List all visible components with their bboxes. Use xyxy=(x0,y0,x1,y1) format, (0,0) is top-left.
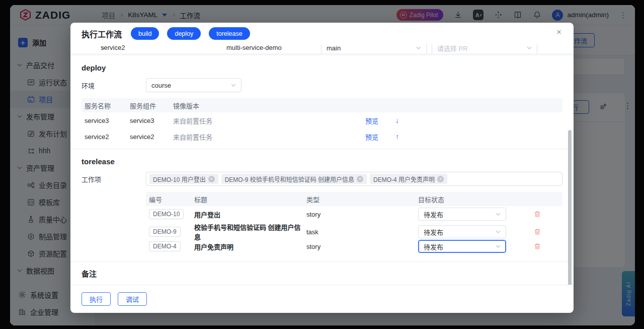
workitem-code-badge: DEMO-10 xyxy=(149,209,184,219)
workitem-title: 校验手机号和短信验证码 创建用户信息 xyxy=(194,222,306,241)
divider xyxy=(70,149,574,149)
env-label: 环境 xyxy=(82,81,146,90)
col-code: 编号 xyxy=(149,194,194,204)
status-value: 待发布 xyxy=(424,242,443,251)
status-value: 待发布 xyxy=(424,210,443,219)
col-service-component: 服务组件 xyxy=(130,101,173,110)
move-down-icon[interactable]: ↓ xyxy=(395,116,417,124)
chevron-down-icon xyxy=(496,245,501,248)
workitems-label: 工作项 xyxy=(82,174,146,184)
workitem-title: 用户登出 xyxy=(194,210,306,219)
deploy-table-header: 服务名称 服务组件 镜像版本 xyxy=(82,98,562,112)
preview-link[interactable]: 预览 xyxy=(365,116,395,125)
workitems-table-header: 编号 标题 类型 目标状态 xyxy=(146,192,562,206)
chevron-down-icon xyxy=(527,46,532,49)
col-image-version: 镜像版本 xyxy=(173,101,365,110)
deploy-table-row: service2 service2 来自前置任务 预览 ↑ xyxy=(82,128,562,145)
workitem-type: task xyxy=(306,228,418,236)
workitem-tag: DEMO-9 校验手机号和短信验证码 创建用户信息 × xyxy=(221,174,367,184)
modal-scrollbar[interactable] xyxy=(568,130,572,285)
tag-label: DEMO-4 用户免责声明 xyxy=(373,175,435,183)
workitem-tag: DEMO-10 用户登出 × xyxy=(149,174,218,184)
target-status-select[interactable]: 待发布 xyxy=(418,225,506,238)
service-component: service3 xyxy=(130,117,173,124)
tag-label: DEMO-9 校验手机号和短信验证码 创建用户信息 xyxy=(225,175,354,183)
tag-remove-icon[interactable]: × xyxy=(208,176,215,182)
pr-select[interactable]: 请选择 PR xyxy=(432,44,537,55)
target-status-select[interactable]: 待发布 xyxy=(418,240,506,253)
image-source: 来自前置任务 xyxy=(173,132,365,142)
app-window: ZADIG 项目 > K8sYAML > 工作流 AI Zadig Pilot xyxy=(10,5,635,325)
chevron-down-icon xyxy=(496,213,501,216)
col-service-name: 服务名称 xyxy=(85,101,130,110)
workitem-code-badge: DEMO-9 xyxy=(149,227,181,237)
col-type: 类型 xyxy=(306,194,418,204)
col-title: 标题 xyxy=(194,194,306,204)
env-select[interactable]: course xyxy=(146,78,242,92)
torelease-section-heading: torelease xyxy=(82,157,562,166)
deploy-section-heading: deploy xyxy=(82,63,562,72)
target-status-select[interactable]: 待发布 xyxy=(418,208,506,221)
build-service-row-clipped: > service2 multi-service-demo main 请选择 P… xyxy=(70,44,574,55)
workitem-code-badge: DEMO-4 xyxy=(149,241,181,251)
delete-trash-icon[interactable] xyxy=(534,211,541,218)
workitems-form-row: 工作项 DEMO-10 用户登出 × DEMO-9 校验手机号和短信验证码 创建… xyxy=(82,172,562,186)
env-form-row: 环境 course xyxy=(82,78,562,92)
debug-button[interactable]: 调试 xyxy=(118,292,147,306)
workitem-type: story xyxy=(306,211,418,218)
workitem-title: 用户免责声明 xyxy=(194,242,306,251)
modal-header: 执行工作流 build deploy torelease × xyxy=(70,23,574,44)
image-source: 来自前置任务 xyxy=(173,116,365,125)
screen: ZADIG 项目 > K8sYAML > 工作流 AI Zadig Pilot xyxy=(0,0,644,329)
env-value: course xyxy=(151,82,171,89)
close-icon[interactable]: × xyxy=(556,28,561,36)
workitems-table: 编号 标题 类型 目标状态 DEMO-10 用户登出 story 待发布 xyxy=(146,192,562,254)
divider xyxy=(70,261,574,262)
tag-remove-icon[interactable]: × xyxy=(437,176,444,182)
move-up-icon[interactable]: ↑ xyxy=(395,133,417,141)
notes-section-heading: 备注 xyxy=(82,268,562,279)
col-target-status: 目标状态 xyxy=(418,194,534,204)
run-button[interactable]: 执行 xyxy=(82,292,111,306)
run-workflow-modal: 执行工作流 build deploy torelease × > service… xyxy=(70,23,574,313)
delete-trash-icon[interactable] xyxy=(534,243,541,250)
service-name: service2 xyxy=(85,133,130,141)
tag-remove-icon[interactable]: × xyxy=(357,176,363,182)
branch-value: main xyxy=(327,44,341,52)
preview-link[interactable]: 预览 xyxy=(365,132,395,142)
modal-body: > service2 multi-service-demo main 请选择 P… xyxy=(70,44,574,285)
workitem-row: DEMO-9 校验手机号和短信验证码 创建用户信息 task 待发布 xyxy=(146,222,562,238)
chevron-down-icon xyxy=(496,230,501,233)
delete-trash-icon[interactable] xyxy=(534,228,541,235)
workitems-multiselect[interactable]: DEMO-10 用户登出 × DEMO-9 校验手机号和短信验证码 创建用户信息… xyxy=(146,172,562,186)
service-component: service2 xyxy=(130,133,173,141)
repo-name: multi-service-demo xyxy=(226,44,282,51)
pr-placeholder: 请选择 PR xyxy=(437,44,468,53)
service-name: service2 xyxy=(101,44,125,51)
status-value: 待发布 xyxy=(424,227,443,237)
chevron-down-icon xyxy=(416,46,421,49)
workitem-tag: DEMO-4 用户免责声明 × xyxy=(370,174,447,184)
service-name: service3 xyxy=(85,117,130,124)
deploy-services-table: 服务名称 服务组件 镜像版本 service3 service3 来自前置任务 … xyxy=(82,98,562,145)
modal-footer: 执行 调试 xyxy=(70,285,574,313)
branch-input[interactable]: main xyxy=(321,44,427,55)
workitem-row: DEMO-10 用户登出 story 待发布 xyxy=(146,206,562,222)
deploy-table-row: service3 service3 来自前置任务 预览 ↓ xyxy=(82,112,562,128)
chevron-down-icon xyxy=(231,84,236,87)
stage-pill-build[interactable]: build xyxy=(131,27,159,40)
modal-title: 执行工作流 xyxy=(82,28,122,40)
tag-label: DEMO-10 用户登出 xyxy=(153,175,206,183)
stage-pill-deploy[interactable]: deploy xyxy=(167,27,201,40)
stage-pill-torelease[interactable]: torelease xyxy=(209,27,250,40)
workitem-type: story xyxy=(306,243,418,250)
